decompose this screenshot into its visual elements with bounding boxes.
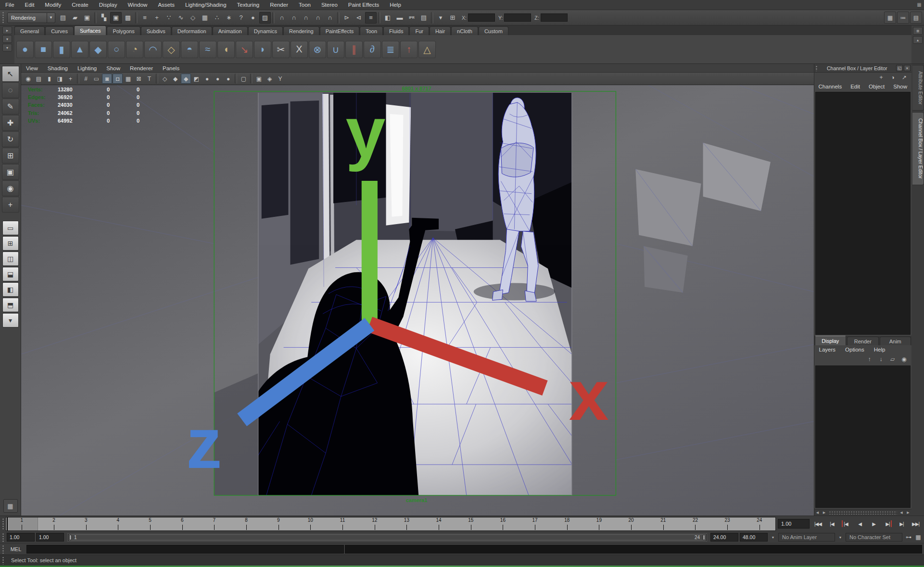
panel-menu-item[interactable]: Panels bbox=[158, 65, 184, 71]
frame-slot[interactable]: 4 bbox=[102, 517, 134, 530]
menu-item[interactable]: Help bbox=[384, 0, 406, 10]
range-start-handle[interactable] bbox=[69, 535, 72, 540]
isolate-select-icon[interactable]: ▢ bbox=[239, 74, 249, 84]
nurbs-cone-icon[interactable]: ▲ bbox=[71, 41, 89, 58]
scroll-right-icon[interactable]: ▶ bbox=[821, 510, 828, 516]
attribute-editor-toggle-icon[interactable]: ▤ bbox=[910, 12, 922, 24]
joints-xray-icon[interactable]: ◈ bbox=[265, 74, 275, 84]
snap-curve-icon[interactable]: ∩ bbox=[288, 12, 300, 24]
playback-start-field[interactable]: 1.00 bbox=[36, 533, 64, 542]
construction-history-icon[interactable]: ≡ bbox=[365, 12, 377, 24]
menu-item[interactable]: Assets bbox=[152, 0, 180, 10]
shelf-hide-icon[interactable]: ▴ bbox=[913, 36, 923, 44]
shelf-tab[interactable]: Toon bbox=[360, 26, 383, 35]
xray-icon[interactable]: ▣ bbox=[254, 74, 264, 84]
menu-item[interactable]: Lighting/Shading bbox=[180, 0, 232, 10]
no-live-surface-icon[interactable]: ⊞ bbox=[447, 12, 458, 24]
scroll-left-icon[interactable]: ◀ bbox=[814, 510, 821, 516]
z-input[interactable] bbox=[541, 13, 568, 22]
trim-tool-icon[interactable]: ✂ bbox=[272, 41, 290, 58]
mask-deformations-icon[interactable]: ▦ bbox=[199, 12, 211, 24]
shelf-editor-icon[interactable]: ≣ bbox=[913, 27, 923, 35]
frame-slot[interactable]: 5 bbox=[134, 517, 166, 530]
pick-arrow-icon[interactable]: ↗ bbox=[900, 73, 909, 82]
frame-slot[interactable]: 10 bbox=[294, 517, 327, 530]
float-window-icon[interactable]: ◱ bbox=[896, 65, 903, 71]
universal-manipulator-tool[interactable]: ▣ bbox=[2, 164, 19, 180]
command-result-area[interactable] bbox=[345, 545, 922, 554]
go-to-end-button[interactable]: ▶▶| bbox=[909, 518, 922, 529]
mask-points-icon[interactable]: + bbox=[151, 12, 163, 24]
close-icon[interactable]: × bbox=[904, 65, 911, 71]
layer-list-area[interactable] bbox=[815, 365, 911, 508]
connections-icon[interactable]: Y bbox=[275, 74, 285, 84]
layout-menu-button[interactable]: ▾ bbox=[2, 313, 19, 328]
menu-item[interactable]: Window bbox=[122, 0, 152, 10]
pan-zoom-icon[interactable]: + bbox=[65, 74, 76, 84]
make-live-icon[interactable]: ∩ bbox=[324, 12, 336, 24]
frame-slot[interactable]: 23 bbox=[711, 517, 744, 530]
speed-toggle-icon[interactable]: ◑ bbox=[888, 73, 897, 82]
frame-slot[interactable]: 18 bbox=[551, 517, 583, 530]
tool-settings-toggle-icon[interactable]: ≔ bbox=[897, 12, 909, 24]
timeline-track[interactable]: 1 2 3 4 5 6 bbox=[5, 517, 776, 531]
smooth-shade-icon[interactable]: ◆ bbox=[170, 74, 180, 84]
intersect-surfaces-icon[interactable]: ⊗ bbox=[309, 41, 326, 58]
viewport-canvas[interactable]: Verts: 13280 0 0 Edges: 36920 0 0 Faces:… bbox=[21, 85, 814, 516]
move-layer-up-icon[interactable]: ↑ bbox=[865, 355, 874, 364]
snap-grid-icon[interactable]: ∩ bbox=[276, 12, 288, 24]
extend-surface-icon[interactable]: ↑ bbox=[400, 41, 418, 58]
circular-fillet-icon[interactable]: ◗ bbox=[254, 41, 271, 58]
scroll-left-icon[interactable]: ◀ bbox=[898, 510, 905, 516]
soft-modification-tool[interactable]: ◉ bbox=[2, 180, 19, 196]
mask-curves-icon[interactable]: ∿ bbox=[175, 12, 187, 24]
create-empty-layer-icon[interactable]: ▱ bbox=[888, 355, 897, 364]
hypergraph-persp-layout-button[interactable]: ◧ bbox=[2, 282, 19, 297]
auto-keyframe-icon[interactable]: ⊶ bbox=[904, 533, 913, 542]
y-input[interactable] bbox=[504, 13, 531, 22]
paint-selection-tool[interactable]: ✎ bbox=[2, 99, 19, 114]
channel-box-menu-item[interactable]: Edit bbox=[846, 84, 864, 89]
range-slider-track[interactable]: 1 24 bbox=[67, 533, 707, 542]
frame-slot[interactable]: 11 bbox=[327, 517, 359, 530]
shelf-tab[interactable]: Deformation bbox=[172, 26, 212, 35]
snap-point-icon[interactable]: ∩ bbox=[300, 12, 312, 24]
status-line-grip[interactable] bbox=[1, 11, 5, 24]
wireframe-icon[interactable]: ◇ bbox=[160, 74, 170, 84]
create-layer-from-selected-icon[interactable]: ◉ bbox=[899, 355, 909, 364]
command-line-grip[interactable] bbox=[1, 544, 5, 554]
layout-shortcut-icon[interactable]: ▦ bbox=[3, 499, 18, 513]
attach-surfaces-icon[interactable]: ∪ bbox=[327, 41, 344, 58]
sculpt-geometry-icon[interactable]: △ bbox=[418, 41, 436, 58]
layer-editor-tab[interactable]: Anim bbox=[880, 337, 911, 345]
menu-item[interactable]: File bbox=[0, 0, 20, 10]
four-pane-layout-button[interactable]: ⊞ bbox=[2, 236, 19, 251]
chevron-down-icon[interactable]: ▼ bbox=[836, 533, 844, 541]
panel-menu-item[interactable]: Show bbox=[101, 65, 125, 71]
select-object-icon[interactable]: ▣ bbox=[110, 12, 122, 24]
mel-label[interactable]: MEL bbox=[5, 546, 26, 552]
nurbs-plane-icon[interactable]: ◆ bbox=[89, 41, 107, 58]
step-forward-frame-button[interactable]: ▶| bbox=[895, 518, 908, 529]
frame-slot[interactable]: 15 bbox=[455, 517, 487, 530]
insert-isoparm-icon[interactable]: ≣ bbox=[382, 41, 399, 58]
detach-surfaces-icon[interactable]: ∥ bbox=[345, 41, 363, 58]
frame-slot[interactable]: 21 bbox=[647, 517, 679, 530]
go-to-start-button[interactable]: |◀◀ bbox=[811, 518, 824, 529]
gate-mask-icon[interactable]: ◘ bbox=[113, 74, 123, 84]
channel-list-area[interactable] bbox=[815, 92, 911, 335]
menu-item[interactable]: Render bbox=[265, 0, 293, 10]
menu-set-selector[interactable]: Rendering ▼ bbox=[7, 13, 55, 23]
sidebar-vertical-tab[interactable]: Channel Box / Layer Editor bbox=[912, 112, 924, 185]
shelf-tab[interactable]: Polygons bbox=[107, 26, 140, 35]
scroll-right-icon[interactable]: ▶ bbox=[905, 510, 911, 516]
chevron-down-icon[interactable]: ▼ bbox=[769, 533, 777, 541]
mask-surfaces-icon[interactable]: ◇ bbox=[187, 12, 199, 24]
mask-handles-icon[interactable]: ∵ bbox=[163, 12, 175, 24]
layer-editor-menu-item[interactable]: Layers bbox=[814, 347, 841, 353]
shelf-tab[interactable]: Fluids bbox=[383, 26, 409, 35]
channel-box-toggle-icon[interactable]: ▦ bbox=[884, 12, 896, 24]
lasso-tool[interactable]: ◌ bbox=[2, 82, 19, 98]
birail-icon[interactable]: ≈ bbox=[199, 41, 216, 58]
time-slider-grip[interactable] bbox=[1, 517, 5, 530]
